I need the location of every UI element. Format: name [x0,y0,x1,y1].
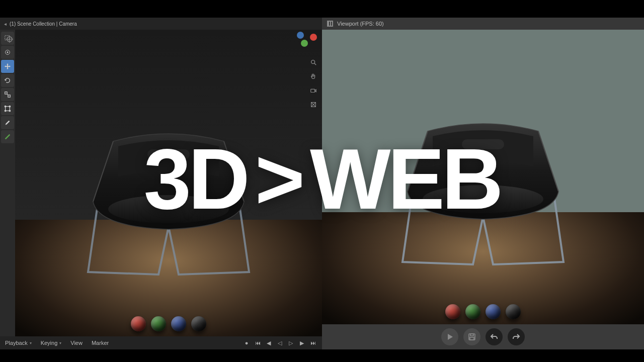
title-right: WEB [310,131,501,227]
blender-toolbar [1,32,15,143]
annotate-tool[interactable] [1,116,14,129]
prev-keyframe-icon[interactable]: ◀ [265,339,273,347]
orientation-gizmo[interactable] [294,29,319,54]
move-tool[interactable] [1,60,14,73]
material-sphere-green[interactable] [151,316,166,331]
play-reverse-icon[interactable]: ◁ [276,339,284,347]
zoom-icon[interactable] [308,57,319,68]
cursor-origin-icon[interactable] [6,36,13,44]
material-preview-spheres[interactable] [131,316,206,331]
camera-view-icon[interactable] [308,85,319,96]
measure-tool[interactable] [1,130,14,143]
gizmo-z-axis-icon[interactable] [297,32,304,39]
svg-line-8 [7,94,8,95]
playback-menu[interactable]: Playback▾ [5,340,32,346]
svg-point-5 [7,52,9,53]
material-sphere-black[interactable] [191,316,206,331]
viewport-fps-label: Viewport (FPS: 60) [337,21,384,27]
svg-rect-16 [311,89,315,92]
rotate-tool[interactable] [1,74,14,87]
keying-menu[interactable]: Keying▾ [41,340,62,346]
redo-button[interactable] [508,328,525,345]
view-menu[interactable]: View [70,340,83,346]
scale-tool[interactable] [1,88,14,101]
collapse-chevron-icon[interactable]: ◂ [4,21,7,27]
material-sphere-blue[interactable] [486,304,501,319]
jump-start-icon[interactable]: ⏮ [254,339,262,347]
transform-tool[interactable] [1,102,14,115]
svg-point-13 [9,110,11,112]
svg-rect-7 [8,95,10,97]
svg-point-10 [5,106,6,107]
next-keyframe-icon[interactable]: ▶ [298,339,306,347]
playback-label: Playback [5,340,28,346]
play-button[interactable] [441,328,458,345]
keying-label: Keying [41,340,58,346]
pan-hand-icon[interactable] [308,71,319,82]
title-left: 3D [143,131,247,227]
title-arrow: > [255,131,302,227]
material-sphere-red[interactable] [445,304,460,319]
blender-timeline-header: Playback▾ Keying▾ View Marker ● ⏮ ◀ ◁ ▷ … [0,336,322,349]
svg-point-12 [5,110,6,112]
svg-line-15 [314,63,316,65]
blender-header: ◂ (1) Scene Collection | Camera [0,18,322,30]
svg-rect-6 [5,92,7,94]
material-sphere-red[interactable] [131,316,146,331]
undo-button[interactable] [486,328,503,345]
pause-indicator-icon[interactable] [327,21,333,27]
material-preview-spheres[interactable] [445,304,521,319]
navigation-gizmo-area [289,29,319,110]
svg-point-14 [311,60,315,64]
letterbox-top [0,0,644,18]
web-header: Viewport (FPS: 60) [322,18,644,30]
title-overlay: 3D>WEB [143,130,500,228]
autokey-icon[interactable]: ● [243,339,251,347]
web-footer-controls [322,324,644,349]
gizmo-y-axis-icon[interactable] [301,40,308,47]
marker-label: Marker [92,340,109,346]
svg-point-11 [9,106,11,107]
gizmo-x-axis-icon[interactable] [310,34,317,41]
svg-rect-25 [470,334,473,336]
letterbox-bottom [0,349,644,362]
breadcrumb[interactable]: (1) Scene Collection | Camera [10,21,77,27]
view-label: View [70,340,83,346]
marker-menu[interactable]: Marker [92,340,109,346]
material-sphere-green[interactable] [465,304,480,319]
jump-end-icon[interactable]: ⏭ [309,339,317,347]
play-icon[interactable]: ▷ [287,339,295,347]
material-sphere-black[interactable] [506,304,521,319]
material-sphere-blue[interactable] [171,316,186,331]
playback-controls: ● ⏮ ◀ ◁ ▷ ▶ ⏭ [243,339,317,347]
perspective-toggle-icon[interactable] [308,99,319,110]
svg-rect-26 [470,337,474,340]
save-button[interactable] [463,328,480,345]
cursor-tool[interactable] [1,46,14,59]
